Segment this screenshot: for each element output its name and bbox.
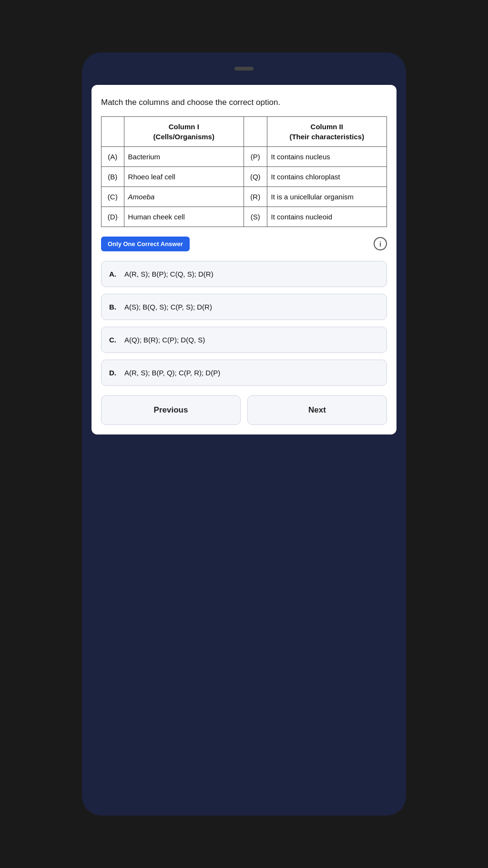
option-text: A(R, S); B(P); C(Q, S); D(R): [124, 270, 214, 278]
previous-button[interactable]: Previous: [101, 395, 241, 425]
option-text: A(R, S); B(P, Q); C(P, R); D(P): [124, 369, 220, 377]
phone-frame: Match the columns and choose the correct…: [82, 52, 406, 816]
option-item-b[interactable]: B.A(S); B(Q, S); C(P, S); D(R): [101, 294, 387, 320]
table-cell-name: Rhoeo leaf cell: [124, 166, 244, 186]
info-icon[interactable]: i: [374, 237, 387, 250]
option-label: B.: [109, 303, 119, 311]
table-cell-letter1: (A): [102, 146, 124, 166]
table-cell-name: Amoeba: [124, 186, 244, 207]
table-cell-letter2: (P): [244, 146, 267, 166]
table-row: (D)Human cheek cell(S)It contains nucleo…: [102, 207, 387, 227]
table-header-empty: [102, 116, 124, 146]
table-cell-characteristic: It contains nucleoid: [267, 207, 386, 227]
option-label: D.: [109, 369, 119, 377]
only-one-badge: Only One Correct Answer: [101, 237, 190, 251]
table-header-empty2: [244, 116, 267, 146]
match-table: Column I(Cells/Organisms) Column II(Thei…: [101, 116, 387, 227]
table-cell-letter2: (S): [244, 207, 267, 227]
badge-row: Only One Correct Answer i: [101, 237, 387, 251]
table-cell-letter1: (D): [102, 207, 124, 227]
table-cell-characteristic: It contains nucleus: [267, 146, 386, 166]
option-text: A(Q); B(R); C(P); D(Q, S): [124, 336, 205, 344]
table-cell-name: Human cheek cell: [124, 207, 244, 227]
table-cell-letter1: (C): [102, 186, 124, 207]
options-list: A.A(R, S); B(P); C(Q, S); D(R)B.A(S); B(…: [101, 261, 387, 386]
table-row: (C)Amoeba(R)It is a unicellular organism: [102, 186, 387, 207]
table-cell-letter2: (R): [244, 186, 267, 207]
nav-buttons: Previous Next: [101, 395, 387, 425]
table-cell-characteristic: It is a unicellular organism: [267, 186, 386, 207]
table-cell-characteristic: It contains chloroplast: [267, 166, 386, 186]
question-text: Match the columns and choose the correct…: [101, 96, 387, 109]
table-row: (B)Rhoeo leaf cell(Q)It contains chlorop…: [102, 166, 387, 186]
table-cell-name: Bacterium: [124, 146, 244, 166]
table-header-col1: Column I(Cells/Organisms): [124, 116, 244, 146]
next-button[interactable]: Next: [247, 395, 387, 425]
question-card: Match the columns and choose the correct…: [92, 85, 396, 434]
option-item-d[interactable]: D.A(R, S); B(P, Q); C(P, R); D(P): [101, 360, 387, 386]
table-row: (A)Bacterium(P)It contains nucleus: [102, 146, 387, 166]
option-item-c[interactable]: C.A(Q); B(R); C(P); D(Q, S): [101, 327, 387, 353]
option-label: A.: [109, 270, 119, 278]
option-item-a[interactable]: A.A(R, S); B(P); C(Q, S); D(R): [101, 261, 387, 287]
table-cell-letter2: (Q): [244, 166, 267, 186]
table-cell-letter1: (B): [102, 166, 124, 186]
option-text: A(S); B(Q, S); C(P, S); D(R): [124, 303, 212, 311]
option-label: C.: [109, 336, 119, 344]
table-header-col2: Column II(Their characteristics): [267, 116, 386, 146]
phone-notch: [234, 67, 254, 71]
